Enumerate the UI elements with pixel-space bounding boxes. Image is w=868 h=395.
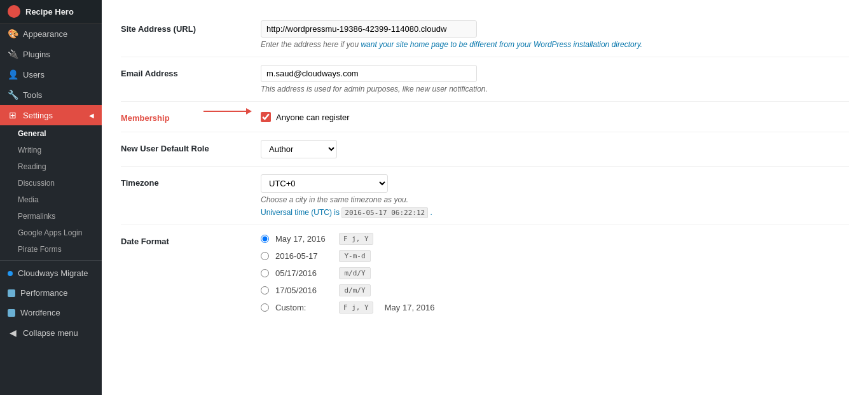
date-format-code-2: Y-m-d (339, 250, 371, 262)
sidebar-item-cloudways-migrate[interactable]: Cloudways Migrate (0, 263, 102, 283)
date-format-radio-4[interactable] (261, 286, 269, 295)
site-address-help: Enter the address here if you want your … (261, 40, 849, 49)
sidebar-item-label: Plugins (23, 50, 50, 59)
sidebar-sub-writing[interactable]: Writing (0, 142, 102, 158)
date-format-control: May 17, 2016 F j, Y 2016-05-17 Y-m-d 05/… (261, 233, 849, 314)
new-user-role-control: Author Subscriber Contributor Editor Adm… (261, 140, 849, 158)
timezone-help: Choose a city in the same timezone as yo… (261, 195, 849, 204)
universal-time-label: Universal time (UTC) is (261, 208, 340, 217)
appearance-icon: 🎨 (8, 29, 18, 39)
new-user-role-select[interactable]: Author Subscriber Contributor Editor Adm… (261, 140, 337, 158)
sidebar-sub-pirate-forms[interactable]: Pirate Forms (0, 241, 102, 258)
date-format-options: May 17, 2016 F j, Y 2016-05-17 Y-m-d 05/… (261, 233, 849, 314)
sidebar-divider (0, 260, 102, 261)
wordfence-indicator-icon (8, 309, 15, 317)
email-address-help: This address is used for admin purposes,… (261, 85, 849, 94)
sidebar-item-label: Tools (23, 90, 42, 100)
date-format-option-1: May 17, 2016 F j, Y (261, 233, 849, 245)
sidebar-item-performance[interactable]: Performance (0, 283, 102, 303)
email-address-label: Email Address (121, 65, 261, 78)
sidebar-item-appearance[interactable]: 🎨 Appearance (0, 24, 102, 44)
sidebar-item-label: Settings (23, 111, 53, 120)
tools-icon: 🔧 (8, 90, 18, 100)
new-user-role-row: New User Default Role Author Subscriber … (121, 132, 849, 167)
sidebar-item-label: Performance (20, 288, 67, 298)
utc-info: Universal time (UTC) is 2016-05-17 06:22… (261, 208, 849, 217)
date-format-label: Date Format (121, 233, 261, 246)
timezone-control: UTC+0 UTC-5 UTC+1 UTC+5:30 Choose a city… (261, 174, 849, 217)
email-address-control: This address is used for admin purposes,… (261, 65, 849, 94)
date-format-display-1: May 17, 2016 (275, 234, 333, 244)
sidebar-item-wordfence[interactable]: Wordfence (0, 303, 102, 322)
logo-icon (8, 5, 20, 18)
date-format-option-3: 05/17/2016 m/d/Y (261, 267, 849, 279)
sidebar-item-label: Users (23, 70, 45, 80)
date-format-option-5: Custom: F j, Y May 17, 2016 (261, 301, 849, 314)
sidebar-item-users[interactable]: 👤 Users (0, 64, 102, 85)
utc-suffix: . (431, 208, 432, 217)
sidebar-sub-media[interactable]: Media (0, 191, 102, 208)
timezone-label: Timezone (121, 174, 261, 188)
sidebar-item-label: Wordfence (20, 308, 60, 317)
site-address-link[interactable]: want your site home page to be different… (361, 40, 642, 49)
date-format-option-4: 17/05/2016 d/m/Y (261, 284, 849, 296)
site-address-label: Site Address (URL) (121, 20, 261, 34)
date-format-display-4: 17/05/2016 (275, 286, 333, 295)
date-format-code-3: m/d/Y (339, 267, 371, 279)
collapse-icon: ◀ (8, 328, 18, 338)
sidebar-item-label: Collapse menu (23, 328, 78, 338)
membership-checkbox-row: Anyone can register (261, 112, 350, 122)
date-format-radio-1[interactable] (261, 235, 269, 243)
email-address-row: Email Address This address is used for a… (121, 57, 849, 102)
date-format-option-2: 2016-05-17 Y-m-d (261, 250, 849, 262)
sidebar-sub-discussion[interactable]: Discussion (0, 175, 102, 191)
membership-row: Membership Anyone can register (121, 102, 849, 132)
plugins-icon: 🔌 (8, 49, 18, 59)
sidebar-item-label: Appearance (23, 29, 67, 39)
timezone-select[interactable]: UTC+0 UTC-5 UTC+1 UTC+5:30 (261, 174, 388, 193)
date-format-radio-2[interactable] (261, 252, 269, 260)
sidebar-item-label: Cloudways Migrate (18, 268, 88, 278)
site-address-row: Site Address (URL) Enter the address her… (121, 13, 849, 57)
date-format-code-4: d/m/Y (339, 284, 371, 296)
settings-icon: ⊞ (8, 110, 18, 120)
date-format-display-2: 2016-05-17 (275, 251, 333, 261)
date-format-custom-display: May 17, 2016 (385, 303, 435, 312)
sidebar-item-settings[interactable]: ⊞ Settings ◀ (0, 105, 102, 125)
performance-indicator-icon (8, 289, 15, 297)
date-format-radio-3[interactable] (261, 269, 269, 277)
site-address-input[interactable] (261, 20, 477, 38)
cloudways-badge-icon (8, 271, 13, 276)
settings-form: Site Address (URL) Enter the address her… (102, 0, 868, 395)
sidebar-sub-google-apps-login[interactable]: Google Apps Login (0, 225, 102, 241)
sidebar-sub-permalinks[interactable]: Permalinks (0, 208, 102, 225)
date-format-code-5: F j, Y (339, 301, 373, 314)
logo-text: Recipe Hero (25, 7, 74, 17)
timezone-row: Timezone UTC+0 UTC-5 UTC+1 UTC+5:30 Choo… (121, 167, 849, 225)
sidebar: Recipe Hero 🎨 Appearance 🔌 Plugins 👤 Use… (0, 0, 102, 395)
site-address-control: Enter the address here if you want your … (261, 20, 849, 49)
sidebar-item-plugins[interactable]: 🔌 Plugins (0, 44, 102, 64)
anyone-register-label: Anyone can register (276, 113, 350, 122)
sidebar-sub-reading[interactable]: Reading (0, 158, 102, 175)
date-format-row: Date Format May 17, 2016 F j, Y 2016-05-… (121, 225, 849, 321)
email-address-input[interactable] (261, 65, 477, 82)
sidebar-logo: Recipe Hero (0, 0, 102, 24)
date-format-display-3: 05/17/2016 (275, 268, 333, 278)
membership-control: Anyone can register (261, 109, 849, 124)
users-icon: 👤 (8, 69, 18, 80)
anyone-register-checkbox[interactable] (261, 112, 271, 122)
date-format-code-1: F j, Y (339, 233, 373, 245)
utc-value: 2016-05-17 06:22:12 (341, 207, 428, 218)
date-format-custom-label: Custom: (275, 303, 333, 312)
main-content: Site Address (URL) Enter the address her… (102, 0, 868, 395)
sidebar-item-collapse-menu[interactable]: ◀ Collapse menu (0, 322, 102, 343)
date-format-radio-5[interactable] (261, 303, 269, 312)
settings-arrow-icon: ◀ (89, 112, 94, 119)
sidebar-sub-general[interactable]: General (0, 125, 102, 142)
new-user-role-label: New User Default Role (121, 140, 261, 153)
sidebar-item-tools[interactable]: 🔧 Tools (0, 85, 102, 105)
